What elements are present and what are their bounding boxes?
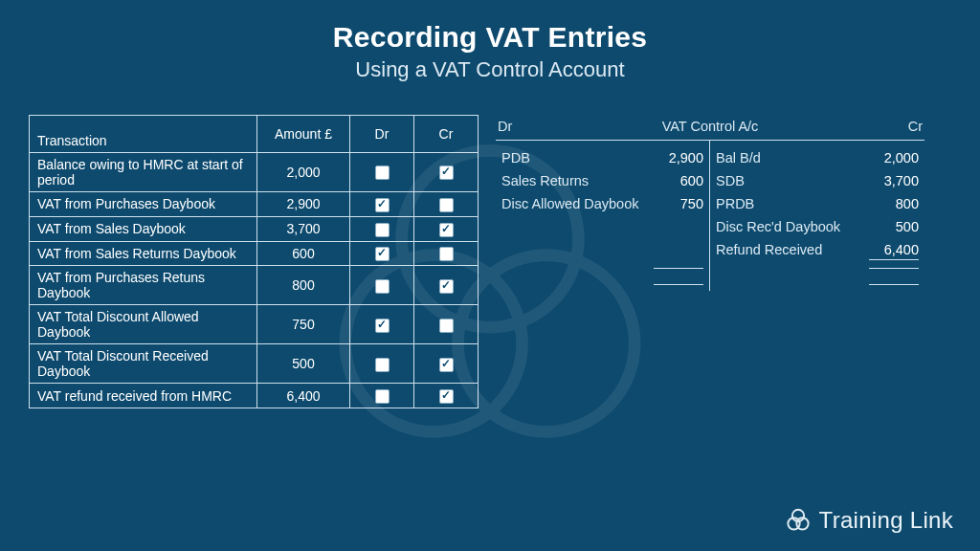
- cell-dr: [350, 266, 414, 305]
- table-row: VAT Total Discount Allowed Daybook750: [30, 305, 479, 344]
- dr-checkbox[interactable]: [375, 319, 390, 333]
- dr-checkbox[interactable]: [375, 165, 390, 180]
- page-title: Recording VAT Entries: [0, 21, 980, 54]
- cr-checkbox[interactable]: [439, 389, 454, 404]
- t-account-entry-label: Refund Received: [716, 242, 822, 260]
- t-account-entry-label: PDB: [501, 150, 530, 165]
- t-account-entry: Sales Returns600: [501, 169, 703, 192]
- table-row: VAT from Sales Returns Daybook600: [30, 241, 479, 266]
- cell-dr: [350, 344, 414, 384]
- t-account-entry-value: 2,900: [654, 150, 703, 165]
- t-account-entry: PRDB800: [716, 192, 919, 215]
- cell-dr: [350, 192, 414, 217]
- t-account-entry-value: 600: [654, 173, 703, 188]
- cell-transaction: VAT from Purchases Daybook: [30, 192, 257, 217]
- cr-checkbox[interactable]: [439, 279, 454, 294]
- table-row: VAT from Purchases Retuns Daybook800: [30, 266, 479, 305]
- cell-amount: 600: [257, 241, 350, 266]
- dr-checkbox[interactable]: [375, 198, 390, 212]
- table-row: VAT refund received from HMRC6,400: [30, 384, 479, 408]
- t-account-credit-total-area: [710, 264, 924, 291]
- t-account-entry-label: PRDB: [716, 196, 754, 211]
- t-account-title: VAT Control A/c: [544, 119, 877, 134]
- brand-knot-icon: [785, 507, 812, 534]
- t-account-entry: Refund Received6,400: [716, 238, 919, 264]
- t-account-entry: Disc Rec'd Daybook500: [716, 215, 919, 238]
- t-account-entry-label: Sales Returns: [501, 173, 589, 188]
- header: Recording VAT Entries Using a VAT Contro…: [0, 21, 980, 82]
- dr-checkbox[interactable]: [375, 358, 390, 372]
- t-account-entry-label: Bal B/d: [716, 150, 761, 165]
- dr-checkbox[interactable]: [375, 389, 390, 404]
- t-account-debit-column: PDB2,900Sales Returns600Disc Allowed Day…: [496, 141, 710, 264]
- dr-checkbox[interactable]: [375, 247, 390, 261]
- t-account-entry-value: 800: [869, 196, 919, 211]
- t-account-entry-label: Disc Rec'd Daybook: [716, 219, 840, 234]
- cr-checkbox[interactable]: [439, 198, 454, 212]
- table-row: Balance owing to HMRC at start of period…: [30, 153, 479, 192]
- t-account-credit-column: Bal B/d2,000SDB3,700PRDB800Disc Rec'd Da…: [710, 141, 924, 264]
- t-account-entry: Bal B/d2,000: [716, 146, 919, 169]
- cr-checkbox[interactable]: [439, 319, 454, 333]
- cell-transaction: VAT refund received from HMRC: [30, 384, 257, 408]
- cell-transaction: VAT Total Discount Received Daybook: [30, 344, 257, 384]
- transactions-table: Transaction Amount £ Dr Cr Balance owing…: [29, 115, 479, 408]
- cell-cr: [414, 266, 479, 305]
- cell-transaction: VAT from Purchases Retuns Daybook: [30, 266, 257, 305]
- t-account-entry-value: 3,700: [869, 173, 919, 188]
- cell-transaction: VAT from Sales Returns Daybook: [30, 241, 257, 266]
- cell-amount: 2,900: [257, 192, 350, 217]
- cell-cr: [414, 384, 479, 408]
- cell-cr: [414, 305, 479, 344]
- t-account-entry-label: SDB: [716, 173, 745, 188]
- cell-amount: 500: [257, 344, 350, 384]
- cell-amount: 2,000: [257, 153, 350, 192]
- col-dr: Dr: [350, 116, 414, 153]
- cr-checkbox[interactable]: [439, 165, 454, 180]
- cell-amount: 6,400: [257, 384, 350, 408]
- cell-transaction: VAT Total Discount Allowed Daybook: [30, 305, 257, 344]
- brand-text: Training Link: [819, 507, 953, 534]
- page-subtitle: Using a VAT Control Account: [0, 57, 980, 82]
- cell-dr: [350, 305, 414, 344]
- t-account-entry-value: 2,000: [869, 150, 919, 165]
- table-row: VAT from Sales Daybook3,700: [30, 216, 479, 241]
- cell-dr: [350, 216, 414, 241]
- col-amount: Amount £: [257, 116, 350, 153]
- cell-amount: 3,700: [257, 216, 350, 241]
- cell-dr: [350, 384, 414, 408]
- t-account-entry: Disc Allowed Daybook750: [501, 192, 703, 215]
- t-account-entry: PDB2,900: [501, 146, 703, 169]
- cell-cr: [414, 216, 479, 241]
- cr-checkbox[interactable]: [439, 247, 454, 261]
- t-account-entry-value: 750: [654, 196, 703, 211]
- t-account-entry: SDB3,700: [716, 169, 919, 192]
- col-transaction: Transaction: [30, 116, 257, 153]
- t-account-debit-total-area: [496, 264, 710, 291]
- table-row: VAT from Purchases Daybook2,900: [30, 192, 479, 217]
- cell-cr: [414, 241, 479, 266]
- col-cr: Cr: [414, 116, 479, 153]
- t-account-cr-label: Cr: [877, 119, 923, 134]
- cell-amount: 800: [257, 266, 350, 305]
- cr-checkbox[interactable]: [439, 223, 454, 237]
- table-row: VAT Total Discount Received Daybook500: [30, 344, 479, 384]
- cell-transaction: VAT from Sales Daybook: [30, 216, 257, 241]
- cr-checkbox[interactable]: [439, 358, 454, 372]
- table-header-row: Transaction Amount £ Dr Cr: [30, 116, 479, 153]
- t-account-entry-label: Disc Allowed Daybook: [501, 196, 638, 211]
- cell-cr: [414, 192, 479, 217]
- t-account-entry-value: 6,400: [869, 242, 919, 260]
- t-account-entry-value: 500: [869, 219, 919, 234]
- cell-cr: [414, 153, 479, 192]
- t-account-dr-label: Dr: [498, 119, 544, 134]
- cell-transaction: Balance owing to HMRC at start of period: [30, 153, 257, 192]
- cell-amount: 750: [257, 305, 350, 344]
- cell-dr: [350, 241, 414, 266]
- t-account: Dr VAT Control A/c Cr PDB2,900Sales Retu…: [496, 115, 924, 291]
- footer-brand: Training Link: [785, 507, 953, 534]
- dr-checkbox[interactable]: [375, 223, 390, 237]
- dr-checkbox[interactable]: [375, 279, 390, 294]
- cell-dr: [350, 153, 414, 192]
- cell-cr: [414, 344, 479, 384]
